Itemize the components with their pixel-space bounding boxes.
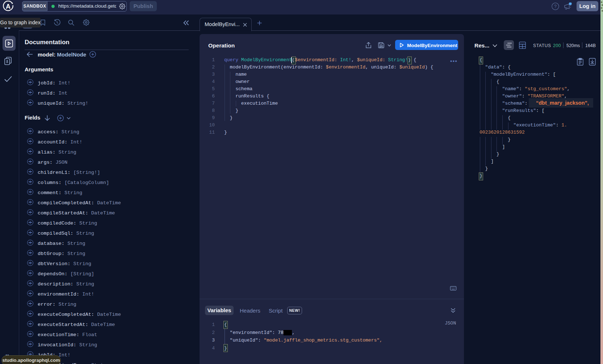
svg-text:?: ?	[554, 4, 557, 9]
svg-text:A: A	[6, 3, 11, 10]
